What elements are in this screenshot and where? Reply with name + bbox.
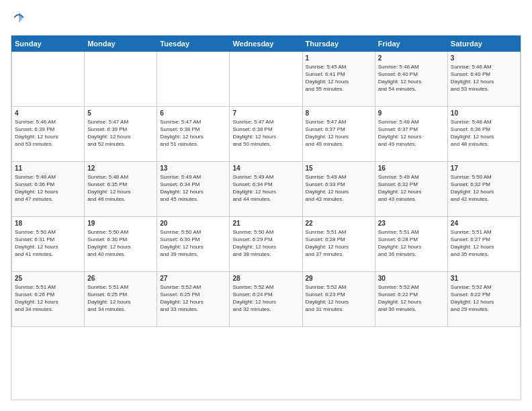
day-number: 12 xyxy=(87,165,154,172)
day-number: 15 xyxy=(306,165,372,172)
weekday-header-friday: Friday xyxy=(375,36,447,51)
day-number: 17 xyxy=(451,165,517,172)
calendar-cell: 7Sunrise: 5:47 AM Sunset: 6:38 PM Daylig… xyxy=(230,106,302,161)
day-info: Sunrise: 5:49 AM Sunset: 6:33 PM Dayligh… xyxy=(306,173,372,203)
day-number: 25 xyxy=(15,275,81,282)
day-number: 24 xyxy=(451,220,517,227)
calendar-cell: 29Sunrise: 5:52 AM Sunset: 6:23 PM Dayli… xyxy=(302,271,375,326)
day-number: 29 xyxy=(306,275,372,282)
calendar-cell: 17Sunrise: 5:50 AM Sunset: 6:32 PM Dayli… xyxy=(447,161,520,216)
calendar-body: 1Sunrise: 5:45 AM Sunset: 6:41 PM Daylig… xyxy=(12,51,521,326)
day-number: 5 xyxy=(87,109,154,117)
calendar-cell: 15Sunrise: 5:49 AM Sunset: 6:33 PM Dayli… xyxy=(302,161,375,216)
calendar-cell: 12Sunrise: 5:48 AM Sunset: 6:35 PM Dayli… xyxy=(85,161,157,216)
day-number: 7 xyxy=(232,109,299,117)
day-number: 1 xyxy=(306,54,372,62)
day-info: Sunrise: 5:47 AM Sunset: 6:38 PM Dayligh… xyxy=(160,118,226,148)
calendar-cell: 10Sunrise: 5:48 AM Sunset: 6:36 PM Dayli… xyxy=(447,106,520,161)
calendar-cell: 23Sunrise: 5:51 AM Sunset: 6:28 PM Dayli… xyxy=(375,216,447,271)
calendar-cell xyxy=(85,51,157,106)
day-number: 18 xyxy=(15,220,81,227)
calendar-cell: 20Sunrise: 5:50 AM Sunset: 6:30 PM Dayli… xyxy=(157,216,230,271)
day-number: 31 xyxy=(451,275,517,282)
day-number: 16 xyxy=(378,165,445,172)
day-info: Sunrise: 5:45 AM Sunset: 6:41 PM Dayligh… xyxy=(306,63,372,93)
calendar-week-5: 25Sunrise: 5:51 AM Sunset: 6:26 PM Dayli… xyxy=(12,271,521,326)
day-info: Sunrise: 5:46 AM Sunset: 6:40 PM Dayligh… xyxy=(451,63,517,93)
calendar-cell: 25Sunrise: 5:51 AM Sunset: 6:26 PM Dayli… xyxy=(12,271,85,326)
calendar-cell: 19Sunrise: 5:50 AM Sunset: 6:30 PM Dayli… xyxy=(85,216,157,271)
day-number: 10 xyxy=(451,109,517,117)
day-info: Sunrise: 5:52 AM Sunset: 6:25 PM Dayligh… xyxy=(160,283,226,314)
calendar-cell: 1Sunrise: 5:45 AM Sunset: 6:41 PM Daylig… xyxy=(302,51,375,106)
day-info: Sunrise: 5:52 AM Sunset: 6:22 PM Dayligh… xyxy=(378,283,445,314)
day-number: 28 xyxy=(232,275,299,282)
calendar-cell: 6Sunrise: 5:47 AM Sunset: 6:38 PM Daylig… xyxy=(157,106,230,161)
day-number: 21 xyxy=(232,220,299,227)
day-info: Sunrise: 5:49 AM Sunset: 6:34 PM Dayligh… xyxy=(232,173,299,203)
day-info: Sunrise: 5:47 AM Sunset: 6:39 PM Dayligh… xyxy=(87,118,154,148)
header xyxy=(11,11,521,28)
day-info: Sunrise: 5:50 AM Sunset: 6:31 PM Dayligh… xyxy=(15,228,81,259)
day-info: Sunrise: 5:51 AM Sunset: 6:27 PM Dayligh… xyxy=(451,228,517,259)
weekday-header-wednesday: Wednesday xyxy=(230,36,302,51)
calendar-cell: 3Sunrise: 5:46 AM Sunset: 6:40 PM Daylig… xyxy=(447,51,520,106)
calendar-cell: 30Sunrise: 5:52 AM Sunset: 6:22 PM Dayli… xyxy=(375,271,447,326)
calendar-header-row: SundayMondayTuesdayWednesdayThursdayFrid… xyxy=(12,36,521,51)
day-number: 8 xyxy=(306,109,372,117)
calendar-cell: 21Sunrise: 5:50 AM Sunset: 6:29 PM Dayli… xyxy=(230,216,302,271)
calendar-week-4: 18Sunrise: 5:50 AM Sunset: 6:31 PM Dayli… xyxy=(12,216,521,271)
day-number: 23 xyxy=(378,220,445,227)
day-info: Sunrise: 5:51 AM Sunset: 6:28 PM Dayligh… xyxy=(306,228,372,259)
day-info: Sunrise: 5:52 AM Sunset: 6:22 PM Dayligh… xyxy=(451,283,517,314)
weekday-header-monday: Monday xyxy=(85,36,157,51)
calendar-cell: 27Sunrise: 5:52 AM Sunset: 6:25 PM Dayli… xyxy=(157,271,230,326)
day-info: Sunrise: 5:46 AM Sunset: 6:39 PM Dayligh… xyxy=(15,118,81,148)
day-number: 6 xyxy=(160,109,226,117)
calendar-cell: 8Sunrise: 5:47 AM Sunset: 6:37 PM Daylig… xyxy=(302,106,375,161)
calendar-cell: 5Sunrise: 5:47 AM Sunset: 6:39 PM Daylig… xyxy=(85,106,157,161)
calendar-cell: 31Sunrise: 5:52 AM Sunset: 6:22 PM Dayli… xyxy=(447,271,520,326)
day-number: 14 xyxy=(232,165,299,172)
weekday-header-saturday: Saturday xyxy=(447,36,520,51)
calendar-cell xyxy=(12,51,85,106)
day-info: Sunrise: 5:52 AM Sunset: 6:23 PM Dayligh… xyxy=(306,283,372,314)
day-info: Sunrise: 5:47 AM Sunset: 6:37 PM Dayligh… xyxy=(306,118,372,148)
day-info: Sunrise: 5:48 AM Sunset: 6:36 PM Dayligh… xyxy=(15,173,81,203)
day-info: Sunrise: 5:50 AM Sunset: 6:30 PM Dayligh… xyxy=(160,228,226,259)
calendar-week-3: 11Sunrise: 5:48 AM Sunset: 6:36 PM Dayli… xyxy=(12,161,521,216)
weekday-header-thursday: Thursday xyxy=(302,36,375,51)
day-number: 30 xyxy=(378,275,445,282)
day-number: 26 xyxy=(87,275,154,282)
day-info: Sunrise: 5:50 AM Sunset: 6:30 PM Dayligh… xyxy=(87,228,154,259)
day-info: Sunrise: 5:48 AM Sunset: 6:35 PM Dayligh… xyxy=(87,173,154,203)
day-number: 9 xyxy=(378,109,445,117)
calendar: SundayMondayTuesdayWednesdayThursdayFrid… xyxy=(11,35,521,400)
day-number: 27 xyxy=(160,275,226,282)
calendar-cell: 24Sunrise: 5:51 AM Sunset: 6:27 PM Dayli… xyxy=(447,216,520,271)
calendar-week-1: 1Sunrise: 5:45 AM Sunset: 6:41 PM Daylig… xyxy=(12,51,521,106)
logo-text xyxy=(11,11,26,28)
day-info: Sunrise: 5:49 AM Sunset: 6:32 PM Dayligh… xyxy=(378,173,445,203)
day-info: Sunrise: 5:49 AM Sunset: 6:34 PM Dayligh… xyxy=(160,173,226,203)
calendar-cell: 2Sunrise: 5:46 AM Sunset: 6:40 PM Daylig… xyxy=(375,51,447,106)
weekday-header-sunday: Sunday xyxy=(12,36,85,51)
day-info: Sunrise: 5:51 AM Sunset: 6:26 PM Dayligh… xyxy=(15,283,81,314)
day-info: Sunrise: 5:50 AM Sunset: 6:29 PM Dayligh… xyxy=(232,228,299,259)
calendar-cell: 28Sunrise: 5:52 AM Sunset: 6:24 PM Dayli… xyxy=(230,271,302,326)
day-info: Sunrise: 5:48 AM Sunset: 6:36 PM Dayligh… xyxy=(451,118,517,148)
weekday-header-tuesday: Tuesday xyxy=(157,36,230,51)
day-info: Sunrise: 5:51 AM Sunset: 6:25 PM Dayligh… xyxy=(87,283,154,314)
day-info: Sunrise: 5:51 AM Sunset: 6:28 PM Dayligh… xyxy=(378,228,445,259)
day-info: Sunrise: 5:47 AM Sunset: 6:38 PM Dayligh… xyxy=(232,118,299,148)
day-number: 19 xyxy=(87,220,154,227)
calendar-week-2: 4Sunrise: 5:46 AM Sunset: 6:39 PM Daylig… xyxy=(12,106,521,161)
calendar-cell xyxy=(230,51,302,106)
day-number: 22 xyxy=(306,220,372,227)
day-info: Sunrise: 5:52 AM Sunset: 6:24 PM Dayligh… xyxy=(232,283,299,314)
day-number: 13 xyxy=(160,165,226,172)
day-number: 11 xyxy=(15,165,81,172)
logo xyxy=(11,11,26,28)
day-info: Sunrise: 5:48 AM Sunset: 6:37 PM Dayligh… xyxy=(378,118,445,148)
calendar-cell: 26Sunrise: 5:51 AM Sunset: 6:25 PM Dayli… xyxy=(85,271,157,326)
